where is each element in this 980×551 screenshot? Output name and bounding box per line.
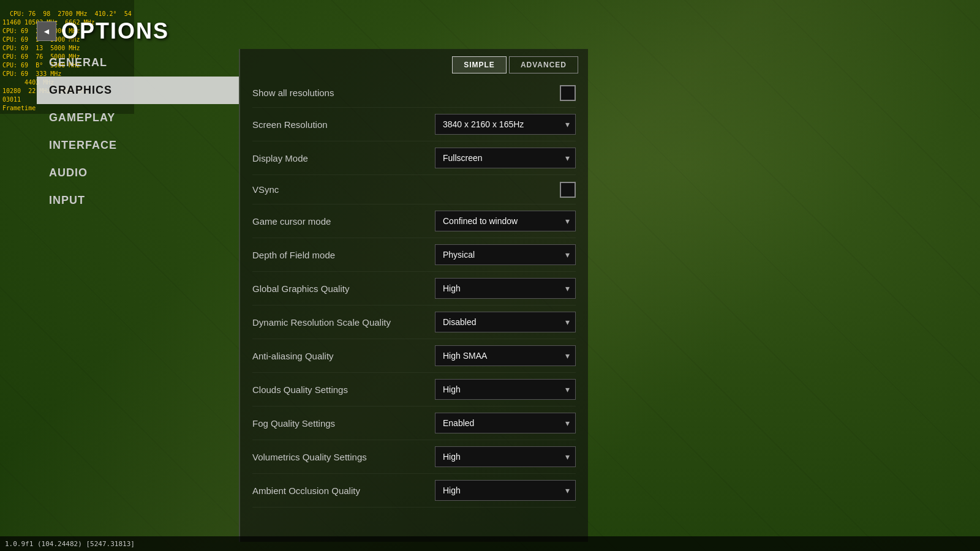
select-display_mode[interactable]: WindowedBorderlessFullscreen bbox=[435, 148, 576, 168]
select-wrapper-fog_quality_settings: DisabledEnabled bbox=[435, 413, 576, 433]
select-screen_resolution[interactable]: 1920 x 1080 x 60Hz2560 x 1440 x 144Hz384… bbox=[435, 114, 576, 135]
setting-label-display_mode: Display Mode bbox=[252, 153, 435, 163]
title-bar: ◄ OPTIONS bbox=[37, 18, 588, 44]
setting-label-game_cursor_mode: Game cursor mode bbox=[252, 216, 435, 227]
select-wrapper-volumetrics_quality_settings: LowMediumHighUltra bbox=[435, 446, 576, 467]
select-anti_aliasing_quality[interactable]: OffLow SMAAMedium SMAAHigh SMAATAA bbox=[435, 345, 576, 366]
select-ambient_occlusion_quality[interactable]: DisabledLowMediumHigh bbox=[435, 480, 576, 501]
settings-panel: SIMPLEADVANCED Show all resolutionsScree… bbox=[239, 49, 588, 542]
select-depth_of_field_mode[interactable]: DisabledPhysicalCinematic bbox=[435, 244, 576, 265]
sidebar-item-gameplay[interactable]: GAMEPLAY bbox=[37, 104, 239, 132]
checkbox-show_all_resolutions[interactable] bbox=[560, 85, 576, 101]
tab-row: SIMPLEADVANCED bbox=[240, 49, 588, 78]
status-text: 1.0.9f1 (104.24482) [5247.31813] bbox=[5, 540, 135, 548]
setting-row-game_cursor_mode: Game cursor modeFreeConfined to windowLo… bbox=[252, 204, 576, 238]
sidebar-item-general[interactable]: GENERAL bbox=[37, 49, 239, 77]
checkbox-vsync[interactable] bbox=[560, 182, 576, 198]
setting-label-fog_quality_settings: Fog Quality Settings bbox=[252, 418, 435, 429]
page-title: OPTIONS bbox=[61, 18, 169, 44]
select-global_graphics_quality[interactable]: LowMediumHighUltra bbox=[435, 278, 576, 299]
setting-label-dynamic_resolution_scale_quality: Dynamic Resolution Scale Quality bbox=[252, 317, 435, 328]
setting-label-screen_resolution: Screen Resolution bbox=[252, 119, 435, 130]
select-dynamic_resolution_scale_quality[interactable]: DisabledLowMediumHigh bbox=[435, 312, 576, 332]
setting-label-anti_aliasing_quality: Anti-aliasing Quality bbox=[252, 351, 435, 361]
select-wrapper-depth_of_field_mode: DisabledPhysicalCinematic bbox=[435, 244, 576, 265]
setting-row-dynamic_resolution_scale_quality: Dynamic Resolution Scale QualityDisabled… bbox=[252, 305, 576, 339]
sidebar-item-audio[interactable]: AUDIO bbox=[37, 159, 239, 187]
setting-row-display_mode: Display ModeWindowedBorderlessFullscreen bbox=[252, 141, 576, 175]
select-wrapper-global_graphics_quality: LowMediumHighUltra bbox=[435, 278, 576, 299]
setting-row-clouds_quality_settings: Clouds Quality SettingsLowMediumHighUltr… bbox=[252, 373, 576, 407]
select-fog_quality_settings[interactable]: DisabledEnabled bbox=[435, 413, 576, 433]
setting-row-ambient_occlusion_quality: Ambient Occlusion QualityDisabledLowMedi… bbox=[252, 474, 576, 508]
select-wrapper-dynamic_resolution_scale_quality: DisabledLowMediumHigh bbox=[435, 312, 576, 332]
setting-row-vsync: VSync bbox=[252, 175, 576, 204]
back-button[interactable]: ◄ bbox=[37, 21, 56, 41]
setting-row-anti_aliasing_quality: Anti-aliasing QualityOffLow SMAAMedium S… bbox=[252, 339, 576, 373]
tab-advanced[interactable]: ADVANCED bbox=[509, 56, 578, 73]
options-panel: ◄ OPTIONS GENERALGRAPHICSGAMEPLAYINTERFA… bbox=[37, 18, 588, 542]
setting-label-clouds_quality_settings: Clouds Quality Settings bbox=[252, 384, 435, 395]
content-area: GENERALGRAPHICSGAMEPLAYINTERFACEAUDIOINP… bbox=[37, 49, 588, 542]
setting-row-volumetrics_quality_settings: Volumetrics Quality SettingsLowMediumHig… bbox=[252, 440, 576, 474]
setting-label-depth_of_field_mode: Depth of Field mode bbox=[252, 250, 435, 260]
settings-scroll-area[interactable]: Show all resolutionsScreen Resolution192… bbox=[240, 78, 588, 542]
status-bar: 1.0.9f1 (104.24482) [5247.31813] bbox=[0, 536, 980, 551]
setting-row-fog_quality_settings: Fog Quality SettingsDisabledEnabled bbox=[252, 407, 576, 440]
select-wrapper-ambient_occlusion_quality: DisabledLowMediumHigh bbox=[435, 480, 576, 501]
sidebar-item-interface[interactable]: INTERFACE bbox=[37, 132, 239, 159]
select-wrapper-screen_resolution: 1920 x 1080 x 60Hz2560 x 1440 x 144Hz384… bbox=[435, 114, 576, 135]
select-game_cursor_mode[interactable]: FreeConfined to windowLocked to center bbox=[435, 211, 576, 231]
setting-label-vsync: VSync bbox=[252, 184, 560, 195]
setting-row-show_all_resolutions: Show all resolutions bbox=[252, 78, 576, 108]
sidebar: GENERALGRAPHICSGAMEPLAYINTERFACEAUDIOINP… bbox=[37, 49, 239, 542]
sidebar-item-graphics[interactable]: GRAPHICS bbox=[37, 77, 239, 104]
select-wrapper-clouds_quality_settings: LowMediumHighUltra bbox=[435, 379, 576, 400]
setting-row-depth_of_field_mode: Depth of Field modeDisabledPhysicalCinem… bbox=[252, 238, 576, 272]
setting-label-volumetrics_quality_settings: Volumetrics Quality Settings bbox=[252, 452, 435, 462]
sidebar-item-input[interactable]: INPUT bbox=[37, 187, 239, 214]
select-wrapper-game_cursor_mode: FreeConfined to windowLocked to center bbox=[435, 211, 576, 231]
setting-label-global_graphics_quality: Global Graphics Quality bbox=[252, 283, 435, 294]
select-wrapper-anti_aliasing_quality: OffLow SMAAMedium SMAAHigh SMAATAA bbox=[435, 345, 576, 366]
select-wrapper-display_mode: WindowedBorderlessFullscreen bbox=[435, 148, 576, 168]
setting-row-global_graphics_quality: Global Graphics QualityLowMediumHighUltr… bbox=[252, 272, 576, 305]
setting-row-screen_resolution: Screen Resolution1920 x 1080 x 60Hz2560 … bbox=[252, 108, 576, 141]
select-volumetrics_quality_settings[interactable]: LowMediumHighUltra bbox=[435, 446, 576, 467]
tab-simple[interactable]: SIMPLE bbox=[452, 56, 507, 73]
setting-label-show_all_resolutions: Show all resolutions bbox=[252, 88, 560, 98]
select-clouds_quality_settings[interactable]: LowMediumHighUltra bbox=[435, 379, 576, 400]
setting-label-ambient_occlusion_quality: Ambient Occlusion Quality bbox=[252, 485, 435, 496]
